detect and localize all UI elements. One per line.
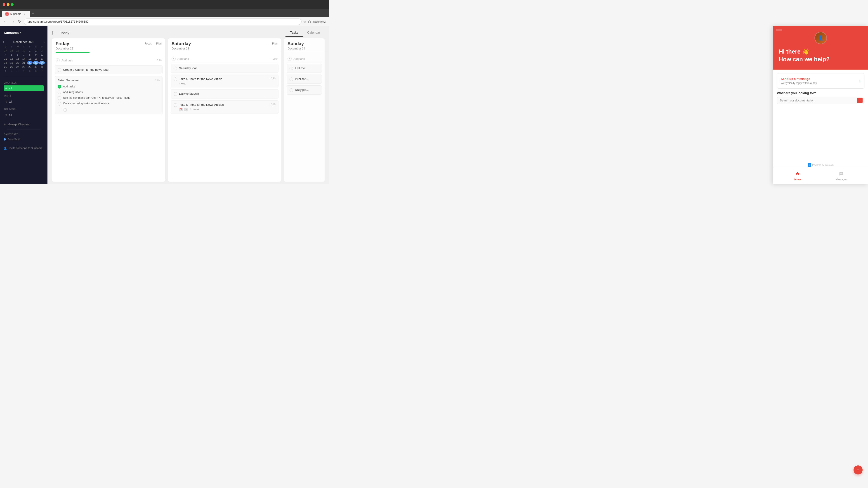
task-checkbox[interactable]	[174, 77, 177, 81]
tab-calendar[interactable]: Calendar	[303, 29, 324, 37]
tab-close-button[interactable]: ✕	[23, 12, 26, 16]
add-task-plus-icon[interactable]: +	[172, 57, 176, 61]
add-task-row-saturday[interactable]: + Add task 0:40	[170, 55, 278, 63]
cal-day[interactable]: 21	[21, 61, 27, 65]
cal-day[interactable]: 25	[3, 65, 8, 69]
task-title: Create a Caption for the news letter	[63, 68, 160, 72]
day-actions-saturday: Plan	[272, 42, 278, 45]
cal-day[interactable]: 18	[3, 61, 8, 65]
cal-day[interactable]: 7	[39, 69, 45, 73]
task-checkbox[interactable]	[289, 67, 293, 70]
minimize-button[interactable]	[7, 3, 9, 6]
close-button[interactable]	[3, 3, 5, 6]
back-nav-button[interactable]: ←	[3, 19, 8, 25]
cal-day[interactable]: 6	[33, 69, 39, 73]
cal-day[interactable]: 12	[9, 57, 14, 61]
cal-day[interactable]: 14	[21, 57, 27, 61]
calendar-next-button[interactable]: ›	[43, 40, 45, 43]
sidebar-personal-section: PERSONAL # all	[0, 105, 48, 119]
today-button[interactable]: Today	[60, 31, 69, 35]
tab-tasks[interactable]: Tasks	[285, 29, 303, 37]
hash-icon: #	[190, 108, 191, 111]
cal-day[interactable]: 1	[3, 69, 8, 73]
cal-day[interactable]: 15	[27, 57, 33, 61]
task-checkbox[interactable]	[174, 92, 177, 96]
manage-channels-item[interactable]: + Manage Channels	[4, 122, 44, 127]
sidebar-item-all-channels[interactable]: # all	[4, 86, 44, 91]
cal-day[interactable]: 9	[33, 53, 39, 57]
calendar-icon[interactable]: 📅	[179, 108, 183, 111]
cal-day-selected[interactable]: 23	[33, 61, 39, 65]
task-title: Take a Photo for the News Articles	[179, 103, 269, 107]
cal-day[interactable]: 28	[9, 49, 14, 53]
task-title: Publish t...	[295, 77, 319, 81]
cal-day[interactable]: 8	[27, 53, 33, 57]
add-task-plus-icon[interactable]: +	[56, 58, 60, 62]
add-task-plus-icon[interactable]: +	[287, 57, 291, 61]
cal-day[interactable]: 4	[3, 53, 8, 57]
extension-icon[interactable]: ⬡	[308, 20, 311, 24]
cal-day[interactable]: 17	[39, 57, 45, 61]
cal-day[interactable]: 3	[15, 69, 21, 73]
task-checkbox[interactable]	[289, 77, 293, 81]
day-header-sunday: Sunday December 24	[284, 38, 324, 52]
cal-day-today[interactable]: 22	[27, 61, 33, 65]
focus-link[interactable]: Focus	[145, 42, 152, 45]
sidebar-toggle-button[interactable]: |←	[52, 31, 57, 35]
cal-day[interactable]: 31	[39, 65, 45, 69]
cal-day[interactable]: 11	[3, 57, 8, 61]
clock-icon[interactable]: ⏱	[184, 108, 188, 111]
add-task-row-sunday[interactable]: + Add task	[287, 55, 322, 63]
bookmark-icon[interactable]: ☆	[303, 20, 306, 24]
cal-day[interactable]: 2	[9, 69, 14, 73]
add-task-row-friday[interactable]: + Add task 0:20	[55, 57, 162, 64]
cal-day-selected-2[interactable]: 24	[39, 61, 45, 65]
maximize-button[interactable]	[11, 3, 13, 6]
invite-item[interactable]: 👤 Invite someone to Sunsama	[4, 146, 44, 151]
personal-label: PERSONAL	[4, 108, 44, 111]
sidebar-brand[interactable]: Sunsama ▾	[0, 29, 48, 36]
task-checkbox[interactable]	[174, 67, 177, 70]
check-icon-outline	[58, 91, 61, 94]
task-checkbox[interactable]	[58, 68, 61, 72]
cal-day[interactable]: 26	[9, 65, 14, 69]
cal-day[interactable]: 13	[15, 57, 21, 61]
cal-day[interactable]: 27	[3, 49, 8, 53]
cal-day[interactable]: 28	[21, 65, 27, 69]
sidebar-item-personal-all[interactable]: # all	[4, 112, 44, 118]
cal-day[interactable]: 2	[33, 49, 39, 53]
reload-button[interactable]: ↻	[17, 19, 22, 25]
calendar-prev-button[interactable]: ‹	[3, 40, 4, 43]
cal-day[interactable]: 20	[15, 61, 21, 65]
plan-link-sat[interactable]: Plan	[272, 42, 278, 45]
cal-day[interactable]: 27	[15, 65, 21, 69]
add-task-label: Add task	[61, 59, 73, 62]
cal-day[interactable]: 3	[39, 49, 45, 53]
cal-day[interactable]: 30	[33, 65, 39, 69]
cal-day[interactable]: 19	[9, 61, 14, 65]
cal-day[interactable]: 29	[27, 65, 33, 69]
cal-day[interactable]: 7	[21, 53, 27, 57]
cal-day[interactable]: 1	[27, 49, 33, 53]
cal-day[interactable]: 30	[21, 49, 27, 53]
sidebar-item-work-all[interactable]: # all	[4, 99, 44, 104]
cal-day[interactable]: 29	[15, 49, 21, 53]
cal-day[interactable]: 5	[27, 69, 33, 73]
cal-day[interactable]: 6	[15, 53, 21, 57]
task-checkbox[interactable]	[174, 103, 177, 107]
calendar-user-item[interactable]: John Smith	[4, 137, 44, 142]
forward-nav-button[interactable]: →	[10, 19, 16, 25]
cal-day[interactable]: 5	[9, 53, 14, 57]
cal-day[interactable]: 10	[39, 53, 45, 57]
plan-link[interactable]: Plan	[156, 42, 162, 45]
setup-final-checkbox[interactable]	[63, 108, 67, 112]
tab-favicon: S	[5, 12, 8, 15]
task-checkbox[interactable]	[289, 88, 293, 92]
cal-day[interactable]: 16	[33, 57, 39, 61]
setup-item: Create recurring tasks for routine work	[58, 101, 160, 106]
brand-dropdown-icon[interactable]: ▾	[20, 31, 21, 34]
address-input[interactable]	[24, 19, 302, 25]
browser-tab[interactable]: S Sunsama ✕	[2, 11, 30, 17]
new-tab-button[interactable]: +	[30, 11, 36, 17]
cal-day[interactable]: 4	[21, 69, 27, 73]
